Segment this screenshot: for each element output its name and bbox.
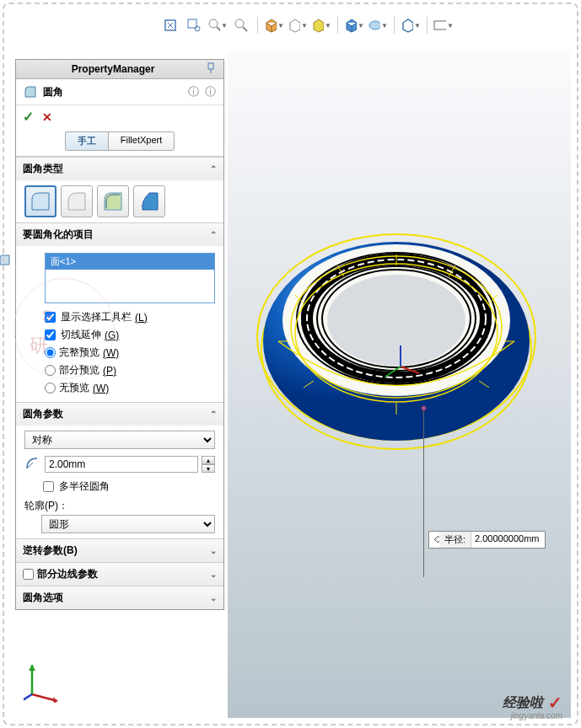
profile-select[interactable]: 圆形 <box>41 515 215 533</box>
ok-button[interactable]: ✓ <box>23 109 34 125</box>
graphics-viewport[interactable] <box>228 51 571 718</box>
feature-header: 圆角 ⓘ ⓘ <box>16 79 223 105</box>
prev-view-icon[interactable]: ▼ <box>207 15 228 35</box>
view-toolbar: ▼ ▼ ▼ ▼ ▼ ▼ ▼ ▼ <box>160 15 454 35</box>
collapse-icon: ⌄ <box>210 546 217 555</box>
svg-rect-6 <box>434 21 446 29</box>
svg-point-3 <box>209 19 218 28</box>
watermark-seal <box>13 278 115 379</box>
section-partial-edge: 部分边线参数 ⌄ <box>16 562 223 586</box>
radius-up[interactable]: ▲ <box>202 456 215 464</box>
apply-scene-icon[interactable]: ▼ <box>368 15 388 35</box>
edit-appearance-icon[interactable]: ▼ <box>344 15 364 35</box>
collapse-icon: ⌄ <box>210 593 217 602</box>
svg-rect-1 <box>188 19 196 28</box>
multi-radius-checkbox[interactable]: 多半径圆角 <box>24 478 215 495</box>
watermark-text: S <box>42 308 52 325</box>
section-header-fillet-type[interactable]: 圆角类型 ⌃ <box>16 158 223 180</box>
section-header-params[interactable]: 圆角参数 ⌃ <box>16 403 223 426</box>
cancel-button[interactable]: ✕ <box>42 110 52 124</box>
callout-leader <box>423 409 424 577</box>
section-header-reverse[interactable]: 逆转参数(B) ⌄ <box>16 539 223 562</box>
section-reverse: 逆转参数(B) ⌄ <box>16 538 223 562</box>
ring-model <box>253 219 540 455</box>
svg-rect-7 <box>208 63 213 69</box>
confirm-row: ✓ ✕ <box>16 105 223 128</box>
svg-point-18 <box>327 275 465 366</box>
svg-point-2 <box>195 26 200 31</box>
section-params: 圆角参数 ⌃ 对称 ▲ ▼ 多半径圆角 轮廓(P)： 圆形 <box>16 402 223 538</box>
section-header-items[interactable]: 要圆角化的项目 ⌃ <box>16 223 223 246</box>
collapse-icon: ⌃ <box>210 230 217 239</box>
help2-icon[interactable]: ⓘ <box>203 85 217 99</box>
section-fillet-type: 圆角类型 ⌃ <box>16 157 223 222</box>
no-preview-radio[interactable]: 无预览(W) <box>24 379 215 397</box>
fillet-type-variable[interactable] <box>61 185 93 217</box>
svg-point-4 <box>235 19 244 28</box>
collapse-icon: ⌃ <box>210 164 217 174</box>
view-orient-icon[interactable]: ▼ <box>264 15 284 35</box>
callout-label: 半径: <box>439 532 471 548</box>
hide-show-icon[interactable]: ▼ <box>311 15 331 35</box>
feature-name: 圆角 <box>43 85 186 99</box>
svg-marker-37 <box>29 665 35 671</box>
collapse-icon: ⌄ <box>210 570 217 579</box>
symmetry-select[interactable]: 对称 <box>24 431 215 449</box>
section-view-icon[interactable] <box>231 15 251 35</box>
section-header-partial[interactable]: 部分边线参数 ⌄ <box>16 563 223 586</box>
fillet-type-constant[interactable] <box>24 185 56 217</box>
help-icon[interactable]: ⓘ <box>186 85 200 99</box>
pm-header: PropertyManager <box>16 60 223 79</box>
mode-tabs: 手工 FilletXpert <box>16 128 223 157</box>
fillet-feature-icon <box>23 84 38 99</box>
face-select-icon <box>0 253 13 270</box>
collapse-icon: ⌃ <box>210 410 217 419</box>
pm-title: PropertyManager <box>21 63 205 75</box>
tab-manual[interactable]: 手工 <box>65 131 108 151</box>
section-options: 圆角选项 ⌄ <box>16 586 223 609</box>
profile-label: 轮廓(P)： <box>24 495 215 515</box>
fillet-type-face[interactable] <box>97 185 129 217</box>
radius-icon <box>24 456 41 473</box>
zoom-area-icon[interactable] <box>184 15 204 35</box>
view-settings-icon[interactable]: ▼ <box>401 15 421 35</box>
callout-value[interactable]: 2.00000000mm <box>475 533 539 546</box>
section-header-options[interactable]: 圆角选项 ⌄ <box>16 586 223 609</box>
view-triad <box>24 661 66 703</box>
display-style-icon[interactable]: ▼ <box>288 15 308 35</box>
radius-input[interactable] <box>45 456 198 473</box>
selected-face[interactable]: 面<1> <box>46 254 214 270</box>
radius-callout[interactable]: ◇ 半径: 2.00000000mm <box>428 531 546 549</box>
fillet-type-full-round[interactable] <box>133 185 165 217</box>
svg-line-38 <box>24 694 32 703</box>
viewport-icon[interactable]: ▼ <box>433 15 454 35</box>
pin-icon[interactable] <box>205 62 218 76</box>
tab-filletxpert[interactable]: FilletXpert <box>108 131 175 151</box>
watermark-url: jingyanla.com <box>511 709 562 721</box>
zoom-fit-icon[interactable] <box>160 15 180 35</box>
radius-down[interactable]: ▼ <box>202 464 215 473</box>
svg-point-5 <box>369 21 380 29</box>
watermark-text: 研 <box>30 333 48 358</box>
